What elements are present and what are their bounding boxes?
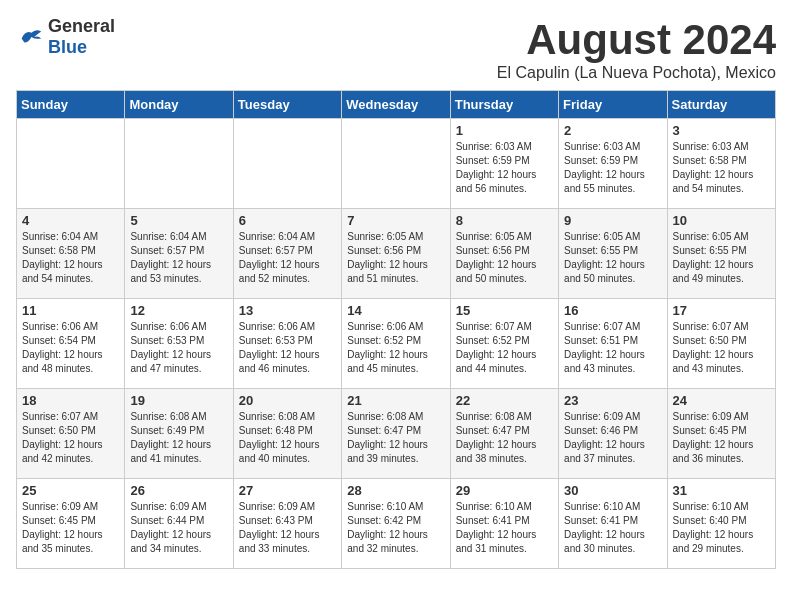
day-number: 23: [564, 393, 661, 408]
day-number: 2: [564, 123, 661, 138]
day-number: 13: [239, 303, 336, 318]
day-info: Sunrise: 6:05 AM Sunset: 6:55 PM Dayligh…: [564, 230, 661, 286]
day-number: 27: [239, 483, 336, 498]
calendar-cell: 26Sunrise: 6:09 AM Sunset: 6:44 PM Dayli…: [125, 479, 233, 569]
day-info: Sunrise: 6:07 AM Sunset: 6:51 PM Dayligh…: [564, 320, 661, 376]
day-info: Sunrise: 6:07 AM Sunset: 6:50 PM Dayligh…: [22, 410, 119, 466]
calendar-week-3: 11Sunrise: 6:06 AM Sunset: 6:54 PM Dayli…: [17, 299, 776, 389]
calendar-cell: 24Sunrise: 6:09 AM Sunset: 6:45 PM Dayli…: [667, 389, 775, 479]
title-area: August 2024 El Capulin (La Nueva Pochota…: [497, 16, 776, 82]
day-info: Sunrise: 6:07 AM Sunset: 6:52 PM Dayligh…: [456, 320, 553, 376]
calendar-cell: [342, 119, 450, 209]
logo-bird-icon: [16, 23, 44, 51]
calendar-cell: 31Sunrise: 6:10 AM Sunset: 6:40 PM Dayli…: [667, 479, 775, 569]
day-number: 3: [673, 123, 770, 138]
day-info: Sunrise: 6:03 AM Sunset: 6:59 PM Dayligh…: [456, 140, 553, 196]
day-info: Sunrise: 6:08 AM Sunset: 6:47 PM Dayligh…: [456, 410, 553, 466]
day-info: Sunrise: 6:09 AM Sunset: 6:45 PM Dayligh…: [673, 410, 770, 466]
day-number: 5: [130, 213, 227, 228]
calendar-cell: 28Sunrise: 6:10 AM Sunset: 6:42 PM Dayli…: [342, 479, 450, 569]
calendar-cell: 10Sunrise: 6:05 AM Sunset: 6:55 PM Dayli…: [667, 209, 775, 299]
calendar-cell: [233, 119, 341, 209]
day-info: Sunrise: 6:06 AM Sunset: 6:54 PM Dayligh…: [22, 320, 119, 376]
day-header-monday: Monday: [125, 91, 233, 119]
calendar-cell: 2Sunrise: 6:03 AM Sunset: 6:59 PM Daylig…: [559, 119, 667, 209]
day-header-sunday: Sunday: [17, 91, 125, 119]
day-info: Sunrise: 6:03 AM Sunset: 6:58 PM Dayligh…: [673, 140, 770, 196]
day-number: 21: [347, 393, 444, 408]
logo-blue: Blue: [48, 37, 87, 57]
day-number: 7: [347, 213, 444, 228]
day-number: 4: [22, 213, 119, 228]
calendar-cell: [125, 119, 233, 209]
day-header-saturday: Saturday: [667, 91, 775, 119]
calendar-cell: 19Sunrise: 6:08 AM Sunset: 6:49 PM Dayli…: [125, 389, 233, 479]
day-info: Sunrise: 6:09 AM Sunset: 6:44 PM Dayligh…: [130, 500, 227, 556]
day-number: 8: [456, 213, 553, 228]
day-info: Sunrise: 6:09 AM Sunset: 6:46 PM Dayligh…: [564, 410, 661, 466]
day-info: Sunrise: 6:08 AM Sunset: 6:47 PM Dayligh…: [347, 410, 444, 466]
day-info: Sunrise: 6:03 AM Sunset: 6:59 PM Dayligh…: [564, 140, 661, 196]
day-number: 22: [456, 393, 553, 408]
day-info: Sunrise: 6:05 AM Sunset: 6:55 PM Dayligh…: [673, 230, 770, 286]
day-number: 1: [456, 123, 553, 138]
calendar-cell: 18Sunrise: 6:07 AM Sunset: 6:50 PM Dayli…: [17, 389, 125, 479]
calendar-cell: 7Sunrise: 6:05 AM Sunset: 6:56 PM Daylig…: [342, 209, 450, 299]
day-info: Sunrise: 6:10 AM Sunset: 6:41 PM Dayligh…: [456, 500, 553, 556]
day-number: 25: [22, 483, 119, 498]
calendar-cell: 16Sunrise: 6:07 AM Sunset: 6:51 PM Dayli…: [559, 299, 667, 389]
calendar-cell: 17Sunrise: 6:07 AM Sunset: 6:50 PM Dayli…: [667, 299, 775, 389]
day-header-tuesday: Tuesday: [233, 91, 341, 119]
day-number: 16: [564, 303, 661, 318]
calendar-cell: 11Sunrise: 6:06 AM Sunset: 6:54 PM Dayli…: [17, 299, 125, 389]
calendar-cell: 1Sunrise: 6:03 AM Sunset: 6:59 PM Daylig…: [450, 119, 558, 209]
day-info: Sunrise: 6:07 AM Sunset: 6:50 PM Dayligh…: [673, 320, 770, 376]
calendar-cell: 20Sunrise: 6:08 AM Sunset: 6:48 PM Dayli…: [233, 389, 341, 479]
day-header-friday: Friday: [559, 91, 667, 119]
day-info: Sunrise: 6:05 AM Sunset: 6:56 PM Dayligh…: [347, 230, 444, 286]
day-number: 10: [673, 213, 770, 228]
logo-general: General: [48, 16, 115, 36]
calendar-cell: 14Sunrise: 6:06 AM Sunset: 6:52 PM Dayli…: [342, 299, 450, 389]
main-title: August 2024: [497, 16, 776, 64]
calendar-cell: 22Sunrise: 6:08 AM Sunset: 6:47 PM Dayli…: [450, 389, 558, 479]
calendar-cell: 12Sunrise: 6:06 AM Sunset: 6:53 PM Dayli…: [125, 299, 233, 389]
calendar-cell: 6Sunrise: 6:04 AM Sunset: 6:57 PM Daylig…: [233, 209, 341, 299]
calendar-week-4: 18Sunrise: 6:07 AM Sunset: 6:50 PM Dayli…: [17, 389, 776, 479]
calendar-cell: 5Sunrise: 6:04 AM Sunset: 6:57 PM Daylig…: [125, 209, 233, 299]
day-number: 30: [564, 483, 661, 498]
day-number: 11: [22, 303, 119, 318]
day-number: 24: [673, 393, 770, 408]
day-number: 17: [673, 303, 770, 318]
header-row: SundayMondayTuesdayWednesdayThursdayFrid…: [17, 91, 776, 119]
calendar-cell: 3Sunrise: 6:03 AM Sunset: 6:58 PM Daylig…: [667, 119, 775, 209]
calendar-cell: [17, 119, 125, 209]
calendar-cell: 21Sunrise: 6:08 AM Sunset: 6:47 PM Dayli…: [342, 389, 450, 479]
header: General Blue August 2024 El Capulin (La …: [16, 16, 776, 82]
calendar-cell: 15Sunrise: 6:07 AM Sunset: 6:52 PM Dayli…: [450, 299, 558, 389]
calendar-table: SundayMondayTuesdayWednesdayThursdayFrid…: [16, 90, 776, 569]
day-info: Sunrise: 6:09 AM Sunset: 6:43 PM Dayligh…: [239, 500, 336, 556]
day-number: 15: [456, 303, 553, 318]
calendar-week-2: 4Sunrise: 6:04 AM Sunset: 6:58 PM Daylig…: [17, 209, 776, 299]
subtitle: El Capulin (La Nueva Pochota), Mexico: [497, 64, 776, 82]
calendar-cell: 27Sunrise: 6:09 AM Sunset: 6:43 PM Dayli…: [233, 479, 341, 569]
day-number: 26: [130, 483, 227, 498]
calendar-cell: 29Sunrise: 6:10 AM Sunset: 6:41 PM Dayli…: [450, 479, 558, 569]
calendar-cell: 8Sunrise: 6:05 AM Sunset: 6:56 PM Daylig…: [450, 209, 558, 299]
day-number: 29: [456, 483, 553, 498]
day-info: Sunrise: 6:04 AM Sunset: 6:57 PM Dayligh…: [239, 230, 336, 286]
calendar-week-5: 25Sunrise: 6:09 AM Sunset: 6:45 PM Dayli…: [17, 479, 776, 569]
day-info: Sunrise: 6:06 AM Sunset: 6:52 PM Dayligh…: [347, 320, 444, 376]
day-info: Sunrise: 6:06 AM Sunset: 6:53 PM Dayligh…: [239, 320, 336, 376]
day-info: Sunrise: 6:10 AM Sunset: 6:40 PM Dayligh…: [673, 500, 770, 556]
logo: General Blue: [16, 16, 115, 58]
calendar-cell: 4Sunrise: 6:04 AM Sunset: 6:58 PM Daylig…: [17, 209, 125, 299]
day-info: Sunrise: 6:08 AM Sunset: 6:48 PM Dayligh…: [239, 410, 336, 466]
calendar-cell: 13Sunrise: 6:06 AM Sunset: 6:53 PM Dayli…: [233, 299, 341, 389]
day-info: Sunrise: 6:09 AM Sunset: 6:45 PM Dayligh…: [22, 500, 119, 556]
calendar-cell: 9Sunrise: 6:05 AM Sunset: 6:55 PM Daylig…: [559, 209, 667, 299]
day-info: Sunrise: 6:04 AM Sunset: 6:58 PM Dayligh…: [22, 230, 119, 286]
day-number: 28: [347, 483, 444, 498]
day-number: 31: [673, 483, 770, 498]
